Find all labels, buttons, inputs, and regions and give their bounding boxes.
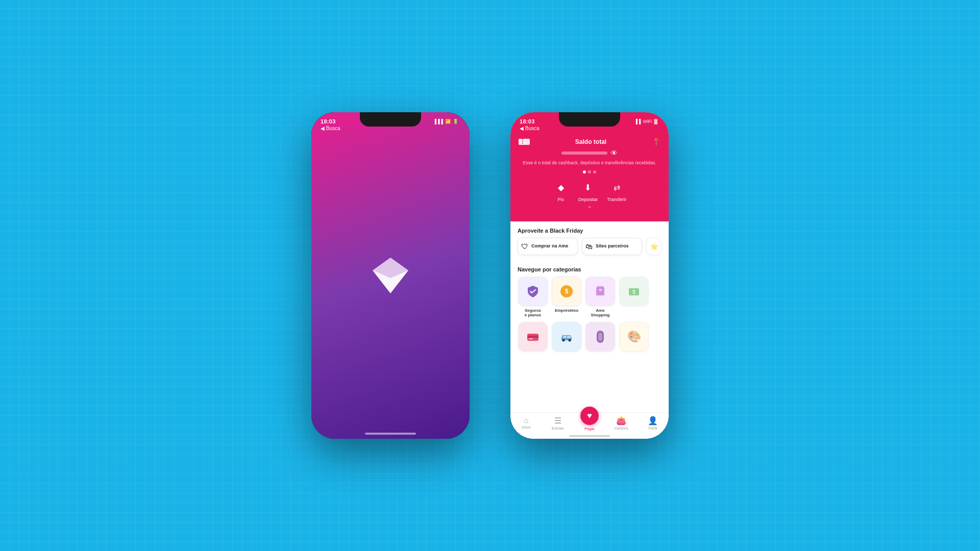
- pagar-label: Pagar: [584, 427, 595, 431]
- nav-carteira[interactable]: 👛 Carteira: [605, 416, 637, 431]
- location-icon[interactable]: 📍: [652, 138, 660, 146]
- svg-rect-18: [598, 333, 602, 341]
- nav-extrato[interactable]: ☰ Extrato: [542, 416, 574, 431]
- saldo-description: Esse é o total de cashback, depósitos e …: [510, 158, 669, 168]
- saldo-bar: [561, 152, 607, 155]
- comprar-na-ame-button[interactable]: 🛡 Comprar na Ame: [518, 238, 578, 255]
- svg-text:%: %: [598, 289, 602, 294]
- home-indicator2: [569, 435, 610, 437]
- home-indicator: [365, 433, 416, 435]
- app-header: 18:03 ▐▐ WiFi ▓ ◀ Busca Saldo total 📍: [510, 112, 669, 221]
- ame-shopping-icon-box: %: [585, 277, 615, 306]
- eye-icon[interactable]: 👁: [610, 149, 618, 157]
- svg-point-13: [562, 339, 565, 341]
- transferir-action[interactable]: ⇄ Transferir: [607, 180, 626, 202]
- carteira-label: Carteira: [615, 426, 628, 431]
- pix-icon: ◆: [553, 180, 569, 196]
- battery-icon: 🔋: [453, 119, 458, 124]
- phone1-back-label: ◀ Busca: [321, 126, 340, 131]
- categories-row2: 🎨: [510, 318, 669, 354]
- pagar-circle: ♥: [580, 407, 599, 425]
- nav-pagar[interactable]: ♥ Pagar: [574, 414, 605, 431]
- emprestimo-icon: $: [559, 284, 574, 298]
- seguros-label: Segurose planos: [525, 308, 541, 318]
- signal-icon: ▐▐▐: [433, 119, 443, 124]
- svg-point-14: [569, 339, 571, 341]
- emprestimo-label: Empréstimo: [555, 308, 578, 313]
- third-icon: ⭐: [650, 242, 658, 251]
- extrato-icon: ☰: [554, 416, 561, 425]
- phone1: 18:03 ▐▐▐ 📶 🔋 ◀ Busca: [311, 112, 470, 439]
- phone2-screen: 18:03 ▐▐ WiFi ▓ ◀ Busca Saldo total 📍: [510, 112, 669, 439]
- saldo-total-label: Saldo total: [530, 138, 652, 145]
- category-misc[interactable]: 🎨: [619, 322, 649, 354]
- splash-diamond-logo: [368, 253, 413, 298]
- svg-rect-12: [529, 338, 533, 339]
- svg-rect-2: [519, 139, 530, 145]
- pagination-dots: [510, 170, 669, 173]
- comprar-label: Comprar na Ame: [531, 243, 568, 249]
- chevron-up-icon: ⌃: [510, 205, 669, 214]
- sites-icon: 🛍: [585, 242, 593, 251]
- signal-icon2: ▐▐: [634, 119, 641, 124]
- inicio-label: Início: [522, 425, 531, 430]
- pix-label: Pix: [557, 197, 564, 202]
- category-emprestimo[interactable]: $ Empréstimo: [551, 277, 582, 318]
- dot-1: [583, 170, 586, 173]
- auto-icon: [559, 331, 574, 342]
- cartao-icon-box: [518, 322, 548, 352]
- battery-icon2: ▓: [654, 119, 657, 124]
- extrato-label: Extrato: [552, 426, 564, 431]
- comprar-icon: 🛡: [521, 242, 528, 251]
- phone1-screen: 18:03 ▐▐▐ 📶 🔋 ◀ Busca: [311, 112, 470, 439]
- perfil-icon: 👤: [648, 416, 658, 425]
- energia-icon: [595, 330, 606, 344]
- black-friday-buttons: 🛡 Comprar na Ame 🛍 Sites parceiros ⭐: [510, 238, 669, 260]
- category-seguros[interactable]: Segurose planos: [518, 277, 548, 318]
- wifi-icon2: WiFi: [643, 119, 652, 124]
- pix-action[interactable]: ◆ Pix: [553, 180, 569, 202]
- seguros-icon: [526, 284, 540, 298]
- ame-shopping-icon: %: [593, 284, 607, 298]
- serv-icon: $: [627, 284, 641, 298]
- depositar-icon: ⬇: [580, 180, 596, 196]
- phone2: 18:03 ▐▐ WiFi ▓ ◀ Busca Saldo total 📍: [510, 112, 669, 439]
- dot-2: [588, 170, 591, 173]
- svg-rect-11: [527, 336, 538, 338]
- categories-title: Navegue por categorias: [510, 260, 669, 277]
- saldo-amount-row: 👁: [510, 148, 669, 158]
- transferir-label: Transferir: [607, 197, 626, 202]
- phone1-status-icons: ▐▐▐ 📶 🔋: [433, 119, 458, 124]
- sites-parceiros-button[interactable]: 🛍 Sites parceiros: [582, 238, 642, 255]
- category-cartao[interactable]: [518, 322, 548, 354]
- ame-shopping-label: AmeShopping: [591, 308, 610, 318]
- phone1-time: 18:03: [321, 118, 336, 124]
- depositar-action[interactable]: ⬇ Depositar: [578, 180, 598, 202]
- phone2-statusbar: 18:03 ▐▐ WiFi ▓: [510, 118, 669, 124]
- third-bf-button[interactable]: ⭐: [646, 238, 662, 255]
- carteira-icon: 👛: [616, 416, 626, 425]
- categories-row1: Segurose planos $ Empréstimo: [510, 277, 669, 318]
- category-ame-shopping[interactable]: % AmeShopping: [585, 277, 616, 318]
- dot-3: [593, 170, 596, 173]
- svg-text:$: $: [565, 288, 569, 295]
- depositar-label: Depositar: [578, 197, 598, 202]
- category-energia[interactable]: [585, 322, 616, 354]
- phone2-status-icons: ▐▐ WiFi ▓: [634, 119, 657, 124]
- ticket-icon: [519, 138, 530, 146]
- category-auto[interactable]: [551, 322, 582, 354]
- seguros-icon-box: [518, 277, 548, 306]
- cartao-icon: [526, 330, 540, 344]
- energia-icon-box: [585, 322, 615, 352]
- nav-inicio[interactable]: ⌂ Início: [510, 416, 542, 430]
- perfil-label: Perfil: [648, 426, 657, 431]
- category-serv-financeiros[interactable]: $: [619, 277, 649, 318]
- misc-icon-box: 🎨: [619, 322, 649, 352]
- wifi-icon: 📶: [445, 119, 451, 124]
- serv-icon-box: $: [619, 277, 649, 306]
- phone1-notch: [360, 112, 421, 127]
- emprestimo-icon-box: $: [552, 277, 581, 306]
- pagar-icon: ♥: [587, 411, 592, 420]
- inicio-icon: ⌂: [524, 416, 528, 424]
- nav-perfil[interactable]: 👤 Perfil: [637, 416, 669, 431]
